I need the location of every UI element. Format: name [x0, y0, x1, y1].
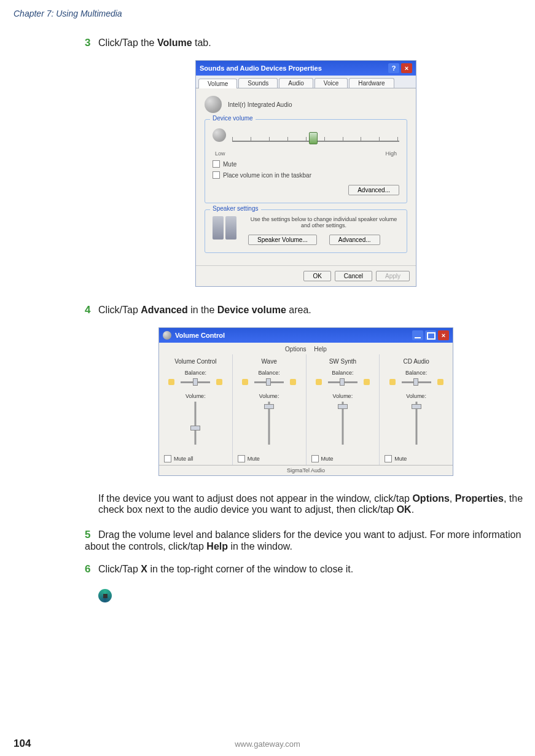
tab-audio[interactable]: Audio: [279, 78, 313, 88]
ok-button[interactable]: OK: [303, 271, 330, 281]
close-icon[interactable]: ×: [401, 63, 412, 73]
dialog-body: Intel(r) Integrated Audio Device volume: [196, 88, 416, 265]
balance-slider[interactable]: [238, 377, 301, 387]
bold-text: Device volume: [217, 305, 286, 315]
screenshot-2: Volume Control × Options Help Volume Con…: [85, 327, 527, 476]
dialog-title: Sounds and Audio Devices Properties: [200, 64, 322, 72]
tab-strip: Volume Sounds Audio Voice Hardware: [196, 76, 416, 88]
balance-label: Balance:: [238, 370, 301, 376]
device-volume-group: Device volume LowHigh Mute Place volume …: [205, 119, 407, 203]
bold-text: Help: [206, 541, 228, 551]
balance-slider[interactable]: [164, 377, 227, 387]
app-icon: [163, 331, 171, 340]
text: .: [412, 504, 414, 515]
text: area.: [286, 305, 311, 315]
cancel-button[interactable]: Cancel: [335, 271, 372, 281]
bold-text: Properties: [455, 493, 504, 504]
titlebar-buttons: ×: [412, 330, 449, 340]
tab-voice[interactable]: Voice: [314, 78, 348, 88]
balance-slider[interactable]: [385, 377, 448, 387]
col-title: SW Synth: [311, 358, 375, 365]
step-4-note: If the device you want to adjust does no…: [98, 493, 527, 515]
text: Click/Tap: [98, 564, 141, 574]
mixer-col-swsynth: SW Synth Balance: Volume: Mute: [306, 354, 380, 465]
step-text: Click/Tap the Volume tab.: [98, 37, 211, 48]
text: If the device you want to adjust does no…: [98, 493, 412, 504]
text: Click/Tap the: [98, 37, 157, 48]
maximize-icon[interactable]: [425, 330, 436, 340]
mute-checkbox[interactable]: Mute: [213, 160, 399, 168]
titlebar-buttons: ? ×: [388, 63, 412, 73]
step-text: If the device you want to adjust does no…: [98, 493, 523, 515]
dialog-body: Options Help Volume Control Balance: Vol…: [159, 343, 453, 475]
status-bar: SigmaTel Audio: [159, 465, 453, 475]
balance-label: Balance:: [385, 370, 448, 376]
advanced-button[interactable]: Advanced...: [348, 185, 399, 195]
menu-help[interactable]: Help: [314, 346, 327, 353]
text: ,: [450, 493, 455, 504]
page-number: 104: [14, 738, 31, 750]
mute-all-checkbox[interactable]: Mute all: [164, 455, 193, 462]
titlebar: Sounds and Audio Devices Properties ? ×: [196, 61, 416, 76]
col-title: Wave: [238, 358, 301, 365]
text: in the window.: [228, 541, 292, 551]
step-number: 4: [85, 304, 90, 316]
minimize-icon[interactable]: [412, 330, 423, 340]
chapter-title: Chapter 7: Using Multimedia: [14, 9, 122, 18]
step-5: 5 Drag the volume level and balance slid…: [85, 529, 527, 552]
speakers-icon: [213, 216, 242, 243]
speaker-volume-button[interactable]: Speaker Volume...: [248, 235, 317, 245]
bold-text: X: [141, 564, 147, 574]
speaker-advanced-button[interactable]: Advanced...: [329, 235, 380, 245]
balance-label: Balance:: [164, 370, 227, 376]
tab-hardware[interactable]: Hardware: [349, 78, 394, 88]
step-6: 6 Click/Tap X in the top-right corner of…: [85, 563, 527, 575]
text: in the top-right corner of the window to…: [147, 564, 353, 574]
volume-slider[interactable]: [232, 131, 399, 142]
balance-label: Balance:: [311, 370, 375, 376]
mixer-columns: Volume Control Balance: Volume: Mute all…: [159, 354, 453, 465]
close-icon[interactable]: ×: [438, 330, 449, 340]
device-row: Intel(r) Integrated Audio: [205, 96, 407, 113]
balance-slider[interactable]: [311, 377, 375, 387]
volume-slider[interactable]: [264, 402, 274, 445]
volume-slider[interactable]: [190, 402, 200, 445]
tab-volume[interactable]: Volume: [198, 79, 237, 88]
mute-checkbox[interactable]: Mute: [238, 455, 260, 462]
text: Drag the volume level and balance slider…: [85, 529, 521, 551]
help-icon[interactable]: ?: [388, 63, 399, 73]
text: in the: [188, 305, 217, 315]
menu-options[interactable]: Options: [285, 346, 306, 353]
step-number: 5: [85, 529, 90, 540]
volume-label: Volume:: [238, 393, 301, 399]
bold-text: Advanced: [141, 305, 187, 315]
screenshot-1: Sounds and Audio Devices Properties ? × …: [85, 60, 527, 287]
tab-sounds[interactable]: Sounds: [238, 78, 278, 88]
step-number: 6: [85, 563, 90, 575]
step-text: Click/Tap X in the top-right corner of t…: [98, 564, 353, 574]
text: Click/Tap: [98, 305, 141, 315]
step-3: 3 Click/Tap the Volume tab.: [85, 37, 527, 49]
taskbar-checkbox[interactable]: Place volume icon in the taskbar: [213, 171, 399, 179]
volume-slider[interactable]: [338, 402, 348, 445]
slider-labels: LowHigh: [213, 150, 399, 157]
mute-checkbox[interactable]: Mute: [385, 455, 407, 462]
step-text: Click/Tap Advanced in the Device volume …: [98, 305, 311, 315]
footer-url: www.gateway.com: [235, 739, 300, 749]
mute-checkbox[interactable]: Mute: [311, 455, 334, 462]
bold-text: OK: [397, 504, 412, 515]
mixer-col-main: Volume Control Balance: Volume: Mute all: [159, 354, 232, 465]
text: tab.: [192, 37, 211, 48]
speaker-text: Use the settings below to change individ…: [248, 216, 399, 228]
properties-dialog: Sounds and Audio Devices Properties ? × …: [195, 60, 416, 287]
apply-button[interactable]: Apply: [376, 271, 410, 281]
end-of-section-icon: [98, 589, 112, 602]
mixer-col-wave: Wave Balance: Volume: Mute: [232, 354, 306, 465]
volume-label: Volume:: [311, 393, 375, 399]
mixer-col-cdaudio: CD Audio Balance: Volume: Mute: [379, 354, 453, 465]
volume-label: Volume:: [164, 393, 227, 399]
group-label: Device volume: [210, 115, 256, 122]
page-content: 3 Click/Tap the Volume tab. Sounds and A…: [85, 37, 527, 602]
slider-thumb[interactable]: [309, 132, 318, 144]
volume-slider[interactable]: [412, 402, 421, 445]
